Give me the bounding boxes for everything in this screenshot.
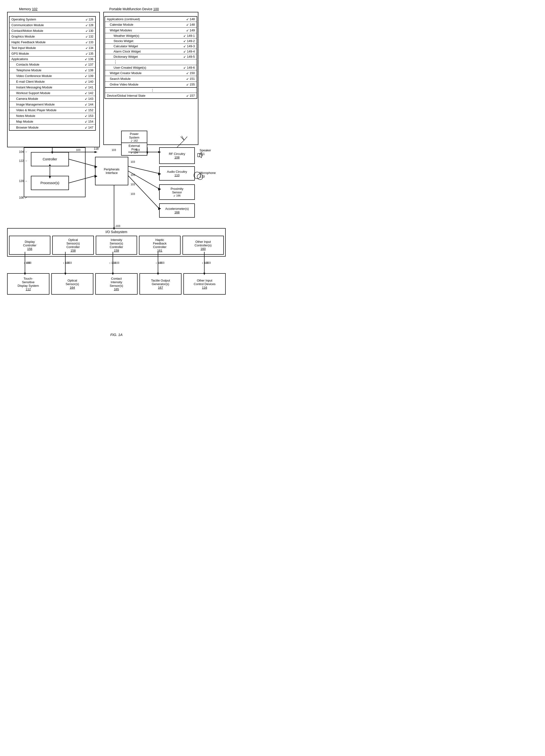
memory-row-gps: GPS Module ↙ 135 [10, 51, 95, 57]
processor-label: Processor(s) [40, 181, 59, 185]
device-search: Search Module ↙ 151 [105, 76, 197, 82]
svg-text:103: 103 [131, 192, 135, 195]
io-display-ctrl: Display Controller 156 [9, 236, 50, 255]
device-widget-modules: Widget Modules ↙ 149 [105, 28, 197, 33]
ref-103-io2: ↕ 103 [63, 261, 69, 264]
app-browser: Browser Module ↙ 147 [10, 124, 95, 130]
rf-circuitry-box: RF Circuitry 108 [159, 147, 195, 164]
device-label: Portable Multifunction Device 100 [109, 7, 159, 11]
app-map: Map Module ↙ 154 [10, 119, 95, 124]
app-camera: Camera Module ↙ 143 [10, 96, 95, 102]
figure-label: FIG. 1A [5, 333, 228, 337]
io-subsystem: I/O Subsystem Display Controller 156 Opt… [7, 228, 226, 257]
memory-title: Memory [19, 7, 31, 11]
ref-103-io4: ↕ 103 [156, 261, 162, 264]
io-title: I/O Subsystem [9, 230, 224, 234]
svg-marker-7 [95, 151, 97, 153]
ref-106: 106 ↗ [19, 196, 27, 199]
bottom-other-input: Other Input Control Devices 116 [183, 273, 226, 295]
ref-122: 122 → [19, 159, 27, 163]
memory-content: Operating System ↙ 126 Communication Mod… [9, 16, 96, 131]
dots-row: ⋮ [105, 59, 197, 65]
device-online-video: Online Video Module ↙ 155 [105, 82, 197, 87]
device-content: Applications (continued) ↙ 148 Calendar … [105, 16, 197, 99]
extport-label: External Port ↙ 124 [129, 144, 140, 154]
memory-row-haptic: Haptic Feedback Module ↙ 133 [10, 39, 95, 45]
audio-circuitry-box: Audio Circuitry 110 [159, 166, 195, 181]
memory-label: Memory 102 [19, 7, 38, 11]
app-telephone: Telephone Module ↙ 138 [10, 67, 95, 73]
proximity-sensor-box: Proximity Sensor ↙ 166 [159, 184, 195, 200]
power-label: Power System ↙ 162 [129, 132, 139, 142]
dots-row2: ⋮ [105, 87, 197, 93]
device-user-created: User-Created Widget(s) ↙ 149-6 [105, 65, 197, 70]
io-other-ctrl: Other Input Controller(s) 160 [182, 236, 224, 255]
peripherals-label: Peripherals Interface [104, 167, 120, 175]
svg-line-16 [128, 176, 159, 208]
memory-row-contact: Contact/Motion Module ↙ 130 [10, 28, 95, 34]
bottom-display: Touch- Sensitive Display System 112 [7, 273, 49, 295]
controller-box: Controller [31, 152, 69, 166]
speaker-icon [197, 152, 204, 159]
device-widget-creator: Widget Creator Module ↙ 150 [105, 70, 197, 76]
microphone-icon [197, 173, 203, 180]
device-calendar: Calendar Module ↙ 148 [105, 22, 197, 28]
svg-line-12 [128, 166, 159, 173]
io-intensity-ctrl: Intensity Sensor(s) Controller 159 [96, 236, 137, 255]
processor-box: Processor(s) [31, 176, 69, 190]
io-haptic-ctrl: Haptic Feedback Controller 161 [139, 236, 180, 255]
app-workout: Workout Support Module ↙ 142 [10, 90, 95, 96]
controller-label: Controller [43, 157, 57, 161]
memory-row-graphics: Graphics Module ↙ 132 [10, 34, 95, 39]
accelerometer-box: Accelerometer(s) 168 [159, 203, 195, 218]
svg-rect-0 [198, 153, 200, 157]
svg-text:103: 103 [112, 148, 116, 151]
device-alarm: Alarm Clock Widget ↙ 149-4 [105, 49, 197, 54]
ref-103-io3: ↕ 103 [109, 261, 116, 264]
svg-text:103: 103 [131, 160, 135, 163]
svg-text:103: 103 [131, 173, 135, 176]
svg-text:103: 103 [131, 183, 135, 186]
applications-label: Applications ↙ 136 [10, 57, 95, 62]
ref-104: 104 → [19, 150, 27, 153]
app-notes: Notes Module ↙ 153 [10, 113, 95, 119]
svg-point-1 [197, 174, 203, 180]
memory-ref: 102 [32, 7, 37, 11]
device-state: Device/Global Internal State ↙ 157 [105, 93, 197, 98]
device-apps-continued: Applications (continued) ↙ 148 [105, 17, 197, 22]
ref-103-io1: ↕ 103 [24, 261, 30, 264]
app-image: Image Management Module ↙ 144 [10, 102, 95, 107]
peripherals-interface-box: Peripherals Interface [95, 157, 128, 185]
memory-row-text: Text Input Module ↙ 134 [10, 45, 95, 51]
app-email: E-mail Client Module ↙ 140 [10, 79, 95, 85]
memory-row-os: Operating System ↙ 126 [10, 17, 95, 22]
bottom-devices: Touch- Sensitive Display System 112 Opti… [7, 273, 226, 295]
external-port-box: External Port ↙ 124 [121, 143, 147, 156]
bottom-optical: Optical Sensor(s) 164 [51, 273, 94, 295]
svg-text:118: 118 [94, 147, 99, 150]
bottom-contact: Contact Intensity Sensor(s) 165 [95, 273, 138, 295]
memory-box: Operating System ↙ 126 Communication Mod… [9, 16, 96, 131]
ref-103-io5: ↕ 103 [202, 261, 208, 264]
io-controllers: Display Controller 156 Optical Sensor(s)… [9, 236, 224, 255]
device-dictionary: Dictionary Widget ↙ 149-5 [105, 54, 197, 59]
device-weather: Weather Widget(s) ↙ 149-1 [105, 33, 197, 38]
svg-line-14 [128, 171, 159, 189]
app-videoconf: Video Conference Module ↙ 139 [10, 73, 95, 79]
io-optical-ctrl: Optical Sensor(s) Controller 158 [52, 236, 94, 255]
power-system-box: Power System ↙ 162 [121, 131, 147, 144]
diagram-container: Memory 102 Operating System ↙ 126 Commun… [5, 5, 228, 328]
device-stocks: Stocks Widget ↙ 149-2 [105, 38, 197, 44]
memory-row-comm: Communication Module ↙ 128 [10, 22, 95, 28]
device-ref: 100 [153, 7, 159, 11]
device-box: Applications (continued) ↙ 148 Calendar … [105, 16, 197, 99]
device-title: Portable Multifunction Device [109, 7, 152, 11]
device-calculator: Calculator Widget ↙ 149-3 [105, 44, 197, 49]
svg-text:↓103: ↓103 [115, 225, 120, 227]
app-video: Video & Music Player Module ↙ 152 [10, 107, 95, 113]
ref-120: 120 → [19, 179, 27, 183]
bottom-tactile: Tactile Output Generator(s) 167 [139, 273, 182, 295]
app-contacts: Contacts Module ↙ 137 [10, 62, 95, 67]
app-im: Instant Messaging Module ↙ 141 [10, 85, 95, 90]
